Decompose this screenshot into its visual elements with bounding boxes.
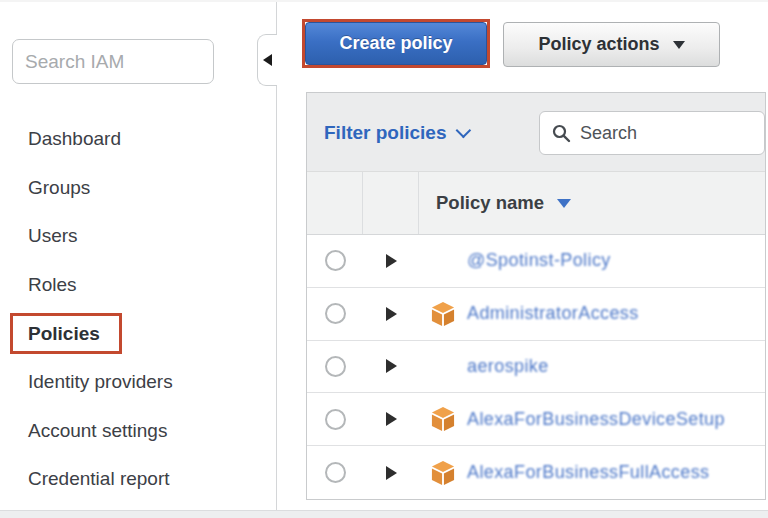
policies-panel: Filter policies Policy name bbox=[306, 92, 766, 500]
expand-row-icon[interactable] bbox=[386, 466, 397, 480]
filter-policies-dropdown[interactable]: Filter policies bbox=[324, 93, 471, 172]
policy-search-box bbox=[539, 111, 765, 155]
chevron-down-icon bbox=[456, 123, 472, 139]
create-policy-button[interactable]: Create policy bbox=[305, 22, 487, 65]
filter-policies-label: Filter policies bbox=[324, 122, 446, 144]
sidebar-item-dashboard[interactable]: Dashboard bbox=[28, 115, 173, 164]
table-row: @Spotinst-Policy bbox=[307, 235, 765, 288]
sidebar-item-policies[interactable]: Policies bbox=[28, 309, 173, 358]
row-radio-button[interactable] bbox=[325, 462, 346, 483]
table-row: AlexaForBusinessDeviceSetup bbox=[307, 393, 765, 446]
expand-row-icon[interactable] bbox=[386, 359, 397, 373]
sidebar-collapse-handle[interactable] bbox=[257, 34, 277, 86]
expand-row-icon[interactable] bbox=[386, 412, 397, 426]
sidebar-item-roles[interactable]: Roles bbox=[28, 261, 173, 310]
select-column-header bbox=[307, 172, 363, 234]
sidebar-item-groups[interactable]: Groups bbox=[28, 164, 173, 213]
sidebar: Dashboard Groups Users Roles Policies Id… bbox=[0, 2, 277, 510]
iam-policies-page: Dashboard Groups Users Roles Policies Id… bbox=[0, 0, 768, 518]
page-bottom-edge bbox=[0, 510, 768, 518]
filter-bar: Filter policies bbox=[307, 93, 765, 172]
table-row: AdministratorAccess bbox=[307, 288, 765, 341]
row-radio-button[interactable] bbox=[325, 303, 346, 324]
aws-managed-policy-icon bbox=[431, 406, 455, 432]
sidebar-item-credential-report[interactable]: Credential report bbox=[28, 455, 173, 504]
sort-desc-icon bbox=[557, 199, 571, 208]
policy-name-link[interactable]: AlexaForBusinessFullAccess bbox=[467, 462, 709, 483]
aws-managed-policy-icon bbox=[431, 301, 455, 327]
sidebar-nav: Dashboard Groups Users Roles Policies Id… bbox=[28, 115, 173, 504]
collapse-left-icon bbox=[263, 54, 272, 66]
policy-actions-label: Policy actions bbox=[538, 34, 659, 55]
policy-name-link[interactable]: @Spotinst-Policy bbox=[467, 250, 611, 271]
policy-name-column-header[interactable]: Policy name bbox=[419, 172, 765, 234]
row-radio-button[interactable] bbox=[325, 250, 346, 271]
policy-name-link[interactable]: AlexaForBusinessDeviceSetup bbox=[467, 409, 725, 430]
table-row: AlexaForBusinessFullAccess bbox=[307, 446, 765, 499]
expand-row-icon[interactable] bbox=[386, 307, 397, 321]
policy-name-header-label: Policy name bbox=[436, 192, 544, 214]
aws-managed-policy-icon bbox=[431, 460, 455, 486]
expand-row-icon[interactable] bbox=[386, 254, 397, 268]
row-radio-button[interactable] bbox=[325, 409, 346, 430]
table-header: Policy name bbox=[307, 172, 765, 235]
expand-column-header bbox=[363, 172, 419, 234]
search-iam-input[interactable] bbox=[12, 39, 214, 84]
row-radio-button[interactable] bbox=[325, 356, 346, 377]
search-icon bbox=[552, 124, 571, 143]
sidebar-item-account-settings[interactable]: Account settings bbox=[28, 407, 173, 456]
policy-name-link[interactable]: AdministratorAccess bbox=[467, 303, 639, 324]
sidebar-item-users[interactable]: Users bbox=[28, 212, 173, 261]
table-row: aerospike bbox=[307, 341, 765, 394]
create-policy-highlight-annotation: Create policy bbox=[302, 19, 490, 68]
policy-name-link[interactable]: aerospike bbox=[467, 356, 549, 377]
sidebar-item-identity-providers[interactable]: Identity providers bbox=[28, 358, 173, 407]
policy-search-input[interactable] bbox=[580, 123, 752, 144]
chevron-down-icon bbox=[673, 41, 685, 49]
policy-actions-button[interactable]: Policy actions bbox=[503, 22, 720, 67]
